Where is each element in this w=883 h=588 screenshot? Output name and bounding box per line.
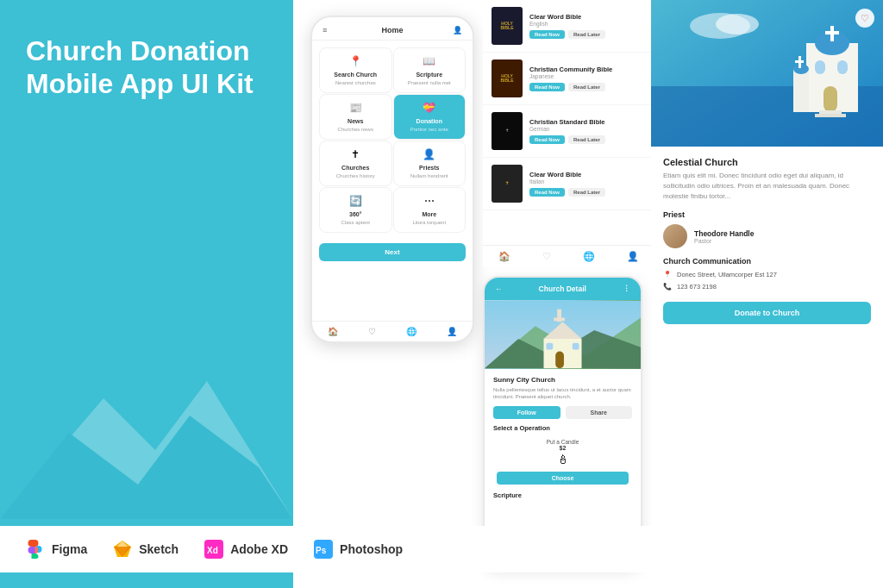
right-panel: ♡ Celestial Church Etiam quis elit mi. D… — [651, 0, 883, 588]
nav-globe-icon[interactable]: 🌐 — [406, 327, 416, 336]
bible-info-3: Christian Standard Bible German Read Now… — [529, 118, 646, 144]
360-item[interactable]: 🔄 360° Class aptent — [319, 187, 392, 233]
read-now-btn-1[interactable]: Read Now — [529, 30, 565, 39]
left-panel: Church Donation Mobile App UI Kit — [0, 0, 293, 588]
svg-rect-11 — [573, 343, 579, 350]
nav-heart-icon[interactable]: ♡ — [368, 327, 376, 336]
church-detail-title: Church Detail — [539, 285, 586, 293]
svg-rect-25 — [793, 69, 809, 112]
nav-profile-icon[interactable]: 👤 — [447, 327, 457, 336]
bible-cover-2: HOLYBIBLE — [492, 59, 523, 97]
church-detail-image-top: ♡ — [651, 0, 883, 147]
donation-item[interactable]: 💝 Donation Portitor nec ante — [393, 94, 467, 140]
bible-item-1: HOLYBIBLE Clear Word Bible English Read … — [483, 0, 654, 53]
main-content-area: ≡ Home 👤 📍 Search Church Nearest churche… — [293, 0, 883, 588]
sketch-tool: Sketch — [113, 540, 178, 559]
churches-icon: ✝ — [351, 148, 360, 160]
read-later-btn-1[interactable]: Read Later — [568, 30, 605, 39]
title-block: Church Donation Mobile App UI Kit — [26, 34, 267, 101]
bible-nav-home[interactable]: 🏠 — [498, 251, 510, 262]
celestial-church-image — [651, 0, 883, 147]
scripture-label: Scripture — [493, 491, 632, 499]
heart-favorite-icon[interactable]: ♡ — [855, 9, 874, 28]
read-later-btn-3[interactable]: Read Later — [568, 135, 605, 144]
phone1-header: ≡ Home 👤 — [312, 17, 473, 41]
scripture-item[interactable]: 📖 Scripture Praesent nulla met — [393, 47, 467, 93]
priest-avatar — [663, 224, 687, 248]
church-phone: 123 673 2198 — [677, 283, 717, 291]
figma-icon — [26, 540, 45, 559]
donation-icon: 💝 — [423, 102, 435, 114]
priests-item[interactable]: 👤 Priests Nullam hendrerit — [393, 141, 467, 186]
scripture-icon: 📖 — [423, 55, 435, 67]
svg-rect-24 — [815, 114, 846, 117]
more-icon: ⋯ — [424, 195, 435, 207]
adobe-xd-tool: Xd Adobe XD — [204, 540, 288, 559]
church-detail-header: ← Church Detail ⋮ — [485, 278, 641, 300]
read-later-btn-4[interactable]: Read Later — [568, 188, 605, 197]
360-icon: 🔄 — [349, 195, 362, 207]
church-detail-back-icon[interactable]: ← — [495, 285, 503, 293]
church-desc-text: Nulla pellentesque tellus ut lacus tinci… — [493, 386, 632, 401]
bottom-nav: 🏠 ♡ 🌐 👤 — [312, 321, 473, 341]
read-now-btn-3[interactable]: Read Now — [529, 135, 565, 144]
svg-point-15 — [716, 14, 759, 34]
priest-info: Theodore Handle Pastor — [694, 229, 754, 244]
news-icon: 📰 — [349, 102, 362, 114]
donate-to-church-button[interactable]: Donate to Church — [663, 302, 871, 324]
read-now-btn-2[interactable]: Read Now — [529, 83, 565, 91]
svg-rect-9 — [555, 352, 564, 369]
svg-rect-8 — [554, 317, 565, 321]
priest-role: Pastor — [694, 238, 754, 244]
home-phone-mockup: ≡ Home 👤 📍 Search Church Nearest churche… — [310, 16, 474, 343]
next-button[interactable]: Next — [319, 243, 466, 261]
location-icon: 📍 — [663, 271, 672, 278]
share-button[interactable]: Share — [566, 406, 633, 419]
search-church-item[interactable]: 📍 Search Church Nearest churches — [319, 47, 392, 93]
mountain-decoration — [0, 347, 293, 519]
home-grid: 📍 Search Church Nearest churches 📖 Scrip… — [312, 41, 473, 240]
svg-rect-28 — [795, 60, 804, 63]
adobe-xd-icon: Xd — [204, 540, 223, 559]
bible-cover-3: ✝ — [492, 112, 523, 150]
bible-info-1: Clear Word Bible English Read Now Read L… — [529, 13, 646, 39]
more-item[interactable]: ⋯ More Litora torquent — [393, 187, 467, 233]
bible-nav-user[interactable]: 👤 — [627, 251, 639, 262]
photoshop-label: Photoshop — [340, 542, 403, 556]
celestial-church-desc: Etiam quis elit mi. Donec tincidunt odio… — [663, 171, 871, 202]
celestial-church-name: Celestial Church — [663, 157, 871, 167]
nav-home-icon[interactable]: 🏠 — [328, 327, 338, 336]
menu-icon[interactable]: ≡ — [323, 26, 327, 34]
bible-nav-globe[interactable]: 🌐 — [583, 251, 595, 262]
church-image — [485, 300, 641, 369]
profile-icon: 👤 — [453, 26, 462, 34]
candle-icon: 🕯 — [497, 453, 629, 466]
search-church-icon: 📍 — [349, 55, 362, 67]
priests-icon: 👤 — [423, 148, 435, 160]
bible-item-3: ✝ Christian Standard Bible German Read N… — [483, 105, 654, 158]
read-now-btn-4[interactable]: Read Now — [529, 188, 565, 197]
church-action-buttons: Follow Share — [493, 406, 632, 419]
bible-item-2: HOLYBIBLE Christian Community Bible Japa… — [483, 53, 654, 105]
select-operation-label: Select a Operation — [493, 424, 632, 432]
tools-bar: Figma Sketch Xd Adobe XD Ps — [0, 526, 883, 572]
bible-nav-heart[interactable]: ♡ — [542, 251, 551, 262]
church-detail-more-icon[interactable]: ⋮ — [623, 285, 630, 293]
photoshop-tool: Ps Photoshop — [314, 540, 403, 559]
svg-rect-19 — [825, 31, 839, 34]
bible-info-4: Clear Word Bible Italian Read Now Read L… — [529, 171, 646, 197]
follow-button[interactable]: Follow — [493, 406, 560, 419]
read-later-btn-2[interactable]: Read Later — [568, 83, 605, 91]
sketch-label: Sketch — [139, 542, 178, 556]
sketch-icon — [113, 540, 132, 559]
news-item[interactable]: 📰 News Churches news — [319, 94, 392, 140]
churches-item[interactable]: ✝ Churches Churches history — [319, 141, 392, 186]
comm-section-title: Church Communication — [663, 257, 871, 266]
photoshop-icon: Ps — [314, 540, 333, 559]
svg-rect-23 — [819, 110, 842, 114]
bible-panel: HOLYBIBLE Clear Word Bible English Read … — [483, 0, 655, 267]
phone-item: 📞 123 673 2198 — [663, 283, 871, 291]
svg-rect-22 — [824, 86, 837, 112]
church-address: Donec Street, Ullamcorper Est 127 — [677, 271, 777, 278]
choose-button[interactable]: Choose — [497, 472, 629, 485]
